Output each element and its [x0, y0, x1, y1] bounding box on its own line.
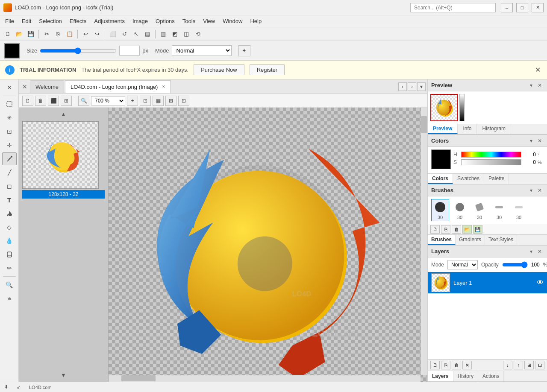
brush-item-2[interactable]: 30	[451, 199, 469, 221]
redo-button[interactable]: ↪	[92, 29, 102, 39]
menubar-item-adjustments[interactable]: Adjustments	[91, 17, 128, 26]
save-file-button[interactable]: 💾	[26, 29, 36, 39]
layer-link-button[interactable]: ✕	[462, 361, 472, 369]
maximize-button[interactable]: □	[516, 3, 528, 12]
grid-toggle-btn[interactable]: ▦	[153, 96, 164, 106]
tab-histogram[interactable]: Histogram	[477, 124, 511, 134]
transform2-button[interactable]: ↺	[119, 29, 129, 39]
menubar-item-window[interactable]: Window	[219, 17, 246, 26]
brush-item-3[interactable]: 30	[471, 199, 488, 221]
preview-collapse-button[interactable]: ▾	[528, 82, 534, 89]
brush-delete-button[interactable]: 🗑	[452, 225, 461, 234]
menubar-item-file[interactable]: File	[2, 17, 18, 26]
open-file-button[interactable]: 📂	[14, 29, 24, 39]
tab-palette[interactable]: Palette	[484, 174, 509, 184]
purchase-now-button[interactable]: Purchase Now	[194, 64, 244, 75]
rulers-btn[interactable]: ⊞	[165, 96, 176, 106]
alpha-button[interactable]: ⟲	[193, 29, 203, 39]
image-tab[interactable]: LO4D.com - Logo Icon.png (Image) ×	[65, 80, 171, 93]
horizontal-scrollbar[interactable]	[109, 375, 421, 382]
mode-extra-button[interactable]: ✦	[238, 45, 250, 56]
brushes-collapse-button[interactable]: ▾	[528, 187, 534, 194]
tab-history[interactable]: History	[453, 371, 478, 381]
eyedropper-tool[interactable]	[2, 248, 17, 261]
transform-tool[interactable]: ⊡	[2, 125, 17, 138]
flatten-btn[interactable]: ⬛	[48, 96, 59, 106]
layers-collapse-button[interactable]: ▾	[528, 248, 534, 255]
layer-up-button[interactable]: ↑	[514, 361, 523, 369]
magic-wand-tool[interactable]: ✳	[2, 111, 17, 124]
menubar-item-help[interactable]: Help	[247, 17, 265, 26]
tab-brushes[interactable]: Brushes	[428, 235, 456, 245]
zoom-fit-btn[interactable]: ⊡	[140, 96, 151, 106]
tab-actions[interactable]: Actions	[478, 371, 504, 381]
trial-close-button[interactable]: ✕	[533, 66, 542, 74]
image-tab-close[interactable]: ×	[162, 84, 165, 90]
tab-colors[interactable]: Colors	[428, 174, 453, 184]
menubar-item-edit[interactable]: Edit	[18, 17, 35, 26]
cut-button[interactable]: ✂	[41, 29, 52, 39]
tab-prev-button[interactable]: ‹	[398, 82, 407, 91]
brushes-close-button[interactable]: ✕	[536, 187, 544, 194]
new-file-button[interactable]: 🗋	[3, 29, 13, 39]
grid2-button[interactable]: ◩	[170, 29, 180, 39]
hue-slider[interactable]	[461, 152, 521, 158]
brush-export-button[interactable]: 💾	[473, 225, 482, 234]
sub-btn4[interactable]: ⊞	[61, 96, 72, 106]
layers-mode-select[interactable]: Normal Multiply	[447, 260, 478, 269]
text-tool[interactable]: T	[2, 193, 17, 206]
preview-close-button[interactable]: ✕	[536, 82, 544, 89]
menubar-item-selection[interactable]: Selection	[35, 17, 65, 26]
tab-preview[interactable]: Preview	[428, 124, 458, 134]
fill-tool[interactable]	[2, 207, 17, 220]
mode-select[interactable]: Normal Multiply Screen Overlay	[172, 45, 232, 56]
layers-close-button[interactable]: ✕	[536, 248, 544, 255]
menubar-item-effects[interactable]: Effects	[66, 17, 90, 26]
register-button[interactable]: Register	[250, 64, 285, 75]
color-swatch[interactable]	[431, 149, 451, 169]
coord-tool[interactable]: ⊕	[2, 292, 17, 305]
tab-info[interactable]: Info	[458, 124, 477, 134]
undo-button[interactable]: ↩	[80, 29, 91, 39]
selection-tool[interactable]	[2, 98, 17, 111]
brush-item-5[interactable]: 30	[510, 199, 528, 221]
copy-button[interactable]: ⎘	[53, 29, 63, 39]
search-input[interactable]	[410, 3, 496, 12]
layer-delete-button[interactable]: 🗑	[452, 361, 461, 369]
saturation-slider[interactable]	[461, 159, 521, 165]
eraser-tool[interactable]: ◇	[2, 221, 17, 234]
layer-item-1[interactable]: Layer 1 👁	[428, 272, 547, 293]
new-layer-btn[interactable]: 🗋	[22, 96, 33, 106]
move-tool[interactable]: ✛	[2, 139, 17, 152]
layer-new-button[interactable]: 🗋	[430, 361, 440, 369]
scroll-down-button[interactable]: ▼	[22, 372, 105, 378]
welcome-tab[interactable]: Welcome	[30, 80, 64, 93]
close-all-tabs-button[interactable]: ✕	[21, 82, 29, 91]
rectangle-tool[interactable]: ◻	[2, 180, 17, 193]
scroll-up-button[interactable]: ▲	[22, 111, 105, 117]
delete-layer-btn[interactable]: 🗑	[35, 96, 46, 106]
brush-import-button[interactable]: 📂	[462, 225, 472, 234]
brush-item-1[interactable]: 30	[431, 199, 449, 221]
tab-text-styles[interactable]: Text Styles	[485, 235, 517, 245]
icon-resize-button[interactable]: ▤	[142, 29, 153, 39]
vertical-scrollbar[interactable]	[421, 108, 427, 375]
zoom-in-btn[interactable]: +	[127, 96, 138, 106]
transform1-button[interactable]: ⬜	[108, 29, 118, 39]
brush-copy-button[interactable]: ⎘	[441, 225, 450, 234]
tab-next-button[interactable]: ›	[408, 82, 416, 91]
colors-close-button[interactable]: ✕	[536, 137, 544, 144]
menubar-item-tools[interactable]: Tools	[179, 17, 199, 26]
size-slider[interactable]	[40, 47, 117, 54]
tab-gradients[interactable]: Gradients	[456, 235, 485, 245]
pencil-tool[interactable]: ✏	[2, 262, 17, 275]
tab-layers[interactable]: Layers	[428, 371, 453, 381]
paint-brush-tool[interactable]	[2, 152, 17, 165]
grid1-button[interactable]: ▥	[158, 29, 168, 39]
layer-merge-button[interactable]: ⊞	[524, 361, 534, 369]
layer-visibility-icon[interactable]: 👁	[537, 279, 544, 287]
tab-swatches[interactable]: Swatches	[453, 174, 484, 184]
layer-flatten-button[interactable]: ⊡	[535, 361, 544, 369]
dropper-tool[interactable]: 💧	[2, 234, 17, 247]
foreground-color-picker[interactable]	[4, 43, 20, 59]
